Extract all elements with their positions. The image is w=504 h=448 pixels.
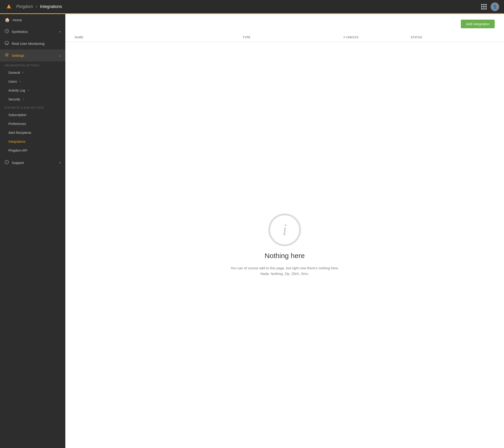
- header-right: 👤: [481, 2, 499, 11]
- add-integration-button[interactable]: Add integration: [461, 19, 495, 28]
- external-link-icon: ↗: [22, 71, 24, 74]
- sidebar: 🏠 Home Synthetics ▾ Real User Monit: [0, 14, 65, 448]
- synthetics-chevron-icon: ▾: [59, 30, 61, 33]
- home-icon: 🏠: [5, 17, 10, 22]
- sub-item-activity-log[interactable]: Activity Log ↗: [0, 86, 65, 95]
- main-layout: 🏠 Home Synthetics ▾ Real User Monit: [0, 14, 504, 448]
- col-header-status: STATUS: [411, 36, 495, 39]
- synth-rum-settings-label: SYNTHETIC & RUM SETTINGS: [0, 104, 65, 111]
- sidebar-item-label: Home: [13, 18, 61, 22]
- top-header: Pingdom > Integrations 👤: [0, 0, 504, 14]
- sub-item-integrations[interactable]: Integrations: [0, 137, 65, 146]
- alert-recipients-label: Alert Recipients: [8, 131, 31, 135]
- breadcrumb: Pingdom > Integrations: [16, 4, 62, 9]
- support-icon: ?: [5, 160, 9, 165]
- content-area: Add integration NAME TYPE # CHECKS STATU…: [65, 14, 504, 448]
- subscription-label: Subscription: [8, 113, 26, 117]
- general-label: General: [8, 71, 20, 75]
- org-settings-label: ORGANIZATION SETTINGS: [0, 61, 65, 68]
- breadcrumb-separator: >: [35, 4, 38, 9]
- sub-item-preferences[interactable]: Preferences: [0, 119, 65, 128]
- external-link-icon: ↗: [27, 89, 29, 92]
- col-header-name: NAME: [75, 36, 243, 39]
- sub-item-alert-recipients[interactable]: Alert Recipients: [0, 128, 65, 137]
- sub-item-users[interactable]: Users ↗: [0, 77, 65, 86]
- info-circle-icon: i: [268, 214, 301, 246]
- svg-marker-1: [9, 4, 11, 9]
- preferences-label: Preferences: [8, 122, 26, 126]
- user-avatar[interactable]: 👤: [490, 2, 499, 11]
- page-title: Integrations: [40, 4, 62, 9]
- app-name: Pingdom: [16, 4, 33, 9]
- sub-item-security[interactable]: Security ↗: [0, 95, 65, 104]
- sidebar-rum-label: Real User Monitoring: [12, 41, 61, 46]
- svg-point-4: [6, 54, 7, 56]
- empty-state: i Nothing here You can of course add to …: [65, 42, 504, 448]
- sidebar-item-support[interactable]: ? Support ▾: [0, 157, 65, 169]
- support-chevron-icon: ▾: [59, 161, 61, 164]
- sidebar-item-synthetics[interactable]: Synthetics ▾: [0, 26, 65, 38]
- external-link-icon: ↗: [22, 98, 24, 101]
- pingdom-api-label: Pingdom API: [8, 149, 27, 152]
- settings-chevron-icon: ▴: [59, 54, 61, 57]
- sub-item-subscription[interactable]: Subscription: [0, 111, 65, 119]
- col-header-type: TYPE: [243, 36, 343, 39]
- sidebar-item-home[interactable]: 🏠 Home: [0, 14, 65, 26]
- empty-state-description: You can of course add to this page, but …: [230, 265, 339, 276]
- settings-submenu: ORGANIZATION SETTINGS General ↗ Users ↗ …: [0, 61, 65, 155]
- rum-icon: [5, 41, 9, 46]
- empty-state-title: Nothing here: [265, 252, 305, 260]
- apps-grid-icon[interactable]: [481, 4, 487, 10]
- sidebar-settings-label: Settings: [12, 54, 56, 58]
- sub-item-pingdom-api[interactable]: Pingdom API: [0, 146, 65, 155]
- synthetics-icon: [5, 29, 9, 34]
- settings-icon: [5, 53, 9, 58]
- external-link-icon: ↗: [19, 80, 21, 83]
- col-header-checks: # CHECKS: [343, 36, 411, 39]
- table-header: NAME TYPE # CHECKS STATUS: [65, 33, 504, 42]
- content-header: Add integration: [65, 14, 504, 33]
- svg-text:?: ?: [6, 161, 7, 164]
- sidebar-item-rum[interactable]: Real User Monitoring: [0, 38, 65, 50]
- support-label: Support: [12, 161, 56, 165]
- sidebar-synthetics-label: Synthetics: [12, 30, 56, 34]
- sub-item-general[interactable]: General ↗: [0, 68, 65, 77]
- integrations-label: Integrations: [8, 140, 25, 143]
- pingdom-logo: [5, 2, 13, 11]
- activity-log-label: Activity Log: [8, 89, 25, 92]
- sidebar-item-settings[interactable]: Settings ▴: [0, 50, 65, 61]
- security-label: Security: [8, 97, 20, 101]
- users-label: Users: [8, 80, 17, 83]
